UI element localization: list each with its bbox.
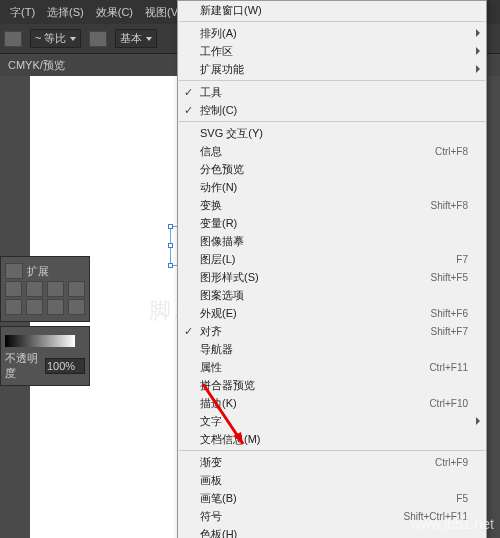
shortcut: F7 <box>456 254 468 265</box>
separator <box>179 21 485 22</box>
shortcut: Ctrl+F11 <box>429 362 468 373</box>
menu-item[interactable]: 信息Ctrl+F8 <box>178 142 486 160</box>
menu-label: 工作区 <box>200 44 468 59</box>
menu-item[interactable]: 分色预览 <box>178 160 486 178</box>
menu-item[interactable]: 文档信息(M) <box>178 430 486 448</box>
menu-select[interactable]: 选择(S) <box>41 5 90 20</box>
menu-item[interactable]: 图层(L)F7 <box>178 250 486 268</box>
flip-icon[interactable] <box>89 31 107 47</box>
trim-icon[interactable] <box>26 299 43 315</box>
menu-label: 符号 <box>200 509 404 524</box>
link-icon[interactable] <box>4 31 22 47</box>
pathfinder-icon[interactable] <box>5 263 23 279</box>
check-icon: ✓ <box>184 325 193 338</box>
floating-panels: 扩展 不透明度 <box>0 256 90 390</box>
menu-item[interactable]: 图像描摹 <box>178 232 486 250</box>
submenu-arrow-icon <box>476 65 480 73</box>
minus-icon[interactable] <box>26 281 43 297</box>
style-dropdown[interactable]: 基本 <box>115 29 157 48</box>
menu-item[interactable]: 画笔(B)F5 <box>178 489 486 507</box>
shortcut: Ctrl+F9 <box>435 457 468 468</box>
shortcut: Shift+F5 <box>430 272 468 283</box>
menu-item[interactable]: ✓工具 <box>178 83 486 101</box>
submenu-arrow-icon <box>476 47 480 55</box>
menu-item[interactable]: 图形样式(S)Shift+F5 <box>178 268 486 286</box>
menu-label: 拼合器预览 <box>200 378 468 393</box>
menu-item[interactable]: 外观(E)Shift+F6 <box>178 304 486 322</box>
menu-item[interactable]: 排列(A) <box>178 24 486 42</box>
menu-label: 动作(N) <box>200 180 468 195</box>
watermark: www.jb51.net <box>411 516 494 532</box>
menu-label: 外观(E) <box>200 306 430 321</box>
handle[interactable] <box>168 243 173 248</box>
menu-label: 画笔(B) <box>200 491 456 506</box>
separator <box>179 450 485 451</box>
crop-icon[interactable] <box>68 299 85 315</box>
menu-item[interactable]: 变换Shift+F8 <box>178 196 486 214</box>
menu-item[interactable]: 新建窗口(W) <box>178 1 486 19</box>
menu-item[interactable]: 工作区 <box>178 42 486 60</box>
merge-icon[interactable] <box>47 299 64 315</box>
menu-effect[interactable]: 效果(C) <box>90 5 139 20</box>
menu-type[interactable]: 字(T) <box>4 5 41 20</box>
separator <box>179 121 485 122</box>
shortcut: Shift+F7 <box>430 326 468 337</box>
menu-label: 图案选项 <box>200 288 468 303</box>
opacity-input[interactable] <box>45 358 85 374</box>
menu-item[interactable]: 渐变Ctrl+F9 <box>178 453 486 471</box>
menu-label: 图层(L) <box>200 252 456 267</box>
separator <box>179 80 485 81</box>
menu-label: 新建窗口(W) <box>200 3 468 18</box>
menu-label: 变换 <box>200 198 430 213</box>
menu-item[interactable]: 属性Ctrl+F11 <box>178 358 486 376</box>
menu-item[interactable]: 图案选项 <box>178 286 486 304</box>
menu-label: SVG 交互(Y) <box>200 126 468 141</box>
shortcut: Ctrl+F10 <box>429 398 468 409</box>
menu-item[interactable]: 动作(N) <box>178 178 486 196</box>
menu-item[interactable]: 文字 <box>178 412 486 430</box>
menu-item[interactable]: 变量(R) <box>178 214 486 232</box>
check-icon: ✓ <box>184 104 193 117</box>
menu-item[interactable]: ✓对齐Shift+F7 <box>178 322 486 340</box>
menu-label: 渐变 <box>200 455 435 470</box>
handle[interactable] <box>168 224 173 229</box>
menu-item[interactable]: 拼合器预览 <box>178 376 486 394</box>
shortcut: Ctrl+F8 <box>435 146 468 157</box>
menu-label: 工具 <box>200 85 468 100</box>
menu-label: 导航器 <box>200 342 468 357</box>
menu-label: 控制(C) <box>200 103 468 118</box>
menu-label: 描边(K) <box>200 396 429 411</box>
panel-tab[interactable]: 扩展 <box>27 264 49 279</box>
handle[interactable] <box>168 263 173 268</box>
unite-icon[interactable] <box>5 281 22 297</box>
shortcut: Shift+F6 <box>430 308 468 319</box>
menu-label: 变量(R) <box>200 216 468 231</box>
menu-label: 分色预览 <box>200 162 468 177</box>
pathfinder-panel[interactable]: 扩展 <box>0 256 90 322</box>
menu-label: 文字 <box>200 414 468 429</box>
scale-dropdown[interactable]: ~ 等比 <box>30 29 81 48</box>
submenu-arrow-icon <box>476 417 480 425</box>
exclude-icon[interactable] <box>68 281 85 297</box>
menu-label: 图像描摹 <box>200 234 468 249</box>
menu-label: 扩展功能 <box>200 62 468 77</box>
transparency-panel[interactable]: 不透明度 <box>0 326 90 386</box>
menu-item[interactable]: SVG 交互(Y) <box>178 124 486 142</box>
intersect-icon[interactable] <box>47 281 64 297</box>
check-icon: ✓ <box>184 86 193 99</box>
shortcut: Shift+F8 <box>430 200 468 211</box>
menu-label: 排列(A) <box>200 26 468 41</box>
gradient-slider[interactable] <box>5 335 75 347</box>
window-dropdown-menu: 新建窗口(W)排列(A)工作区扩展功能✓工具✓控制(C)SVG 交互(Y)信息C… <box>177 0 487 538</box>
menu-item[interactable]: 描边(K)Ctrl+F10 <box>178 394 486 412</box>
menu-item[interactable]: 导航器 <box>178 340 486 358</box>
divide-icon[interactable] <box>5 299 22 315</box>
menu-item[interactable]: 扩展功能 <box>178 60 486 78</box>
opacity-label: 不透明度 <box>5 351 41 381</box>
menu-label: 文档信息(M) <box>200 432 468 447</box>
menu-item[interactable]: 画板 <box>178 471 486 489</box>
menu-label: 信息 <box>200 144 435 159</box>
submenu-arrow-icon <box>476 29 480 37</box>
menu-label: 画板 <box>200 473 468 488</box>
menu-item[interactable]: ✓控制(C) <box>178 101 486 119</box>
